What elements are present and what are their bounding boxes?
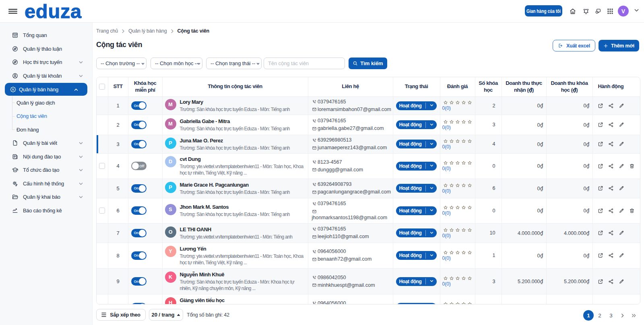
export-excel-button[interactable]: Xuất excel	[553, 40, 595, 51]
status-dropdown[interactable]: Hoạt động	[396, 184, 436, 193]
edit-icon[interactable]	[619, 163, 624, 169]
add-new-button[interactable]: Thêm mới	[599, 40, 639, 51]
share-icon[interactable]	[608, 103, 614, 109]
status-select[interactable]: -- Chọn trạng thái --	[206, 58, 262, 69]
edit-icon[interactable]	[619, 185, 624, 191]
collaborator-name[interactable]: LE THI OANH	[180, 226, 293, 233]
breadcrumb-item[interactable]: Quản lý bán hàng	[128, 28, 167, 34]
my-store-button[interactable]: Gian hàng của tôi	[525, 5, 562, 16]
status-dropdown[interactable]: Hoạt động	[396, 101, 436, 110]
rating-stars[interactable]	[443, 276, 472, 281]
rating-stars[interactable]	[443, 250, 472, 255]
home-icon[interactable]	[569, 8, 576, 15]
collaborator-name[interactable]: Jhon Mark M. Santos	[180, 204, 290, 210]
rating-count[interactable]: 0(0)	[442, 255, 451, 261]
page-2[interactable]: 2	[594, 310, 605, 321]
next-page-icon[interactable]	[617, 310, 627, 321]
edit-icon[interactable]	[619, 122, 624, 128]
rating-count[interactable]: 0(0)	[442, 188, 451, 194]
sidebar-subitem[interactable]: Đơn hàng	[0, 123, 92, 137]
account-chevron-down-icon[interactable]	[634, 8, 639, 12]
rating-count[interactable]: 0(0)	[442, 144, 451, 150]
free-course-toggle[interactable]: On	[131, 277, 147, 286]
collaborator-name[interactable]: Lương Yến	[180, 245, 306, 252]
sidebar-item-6[interactable]: Quản lý bài viết	[0, 136, 92, 150]
page-size-button[interactable]: 20 / trang	[149, 309, 183, 321]
hamburger-menu-icon[interactable]	[8, 9, 17, 14]
delete-icon[interactable]	[629, 163, 635, 169]
share-icon[interactable]	[608, 253, 614, 258]
user-avatar[interactable]: V	[618, 6, 629, 16]
apps-grid-icon[interactable]	[607, 8, 614, 15]
free-course-toggle[interactable]: On	[131, 101, 147, 110]
rating-count[interactable]: 0(0)	[442, 281, 451, 287]
free-course-toggle[interactable]: On	[131, 206, 147, 215]
open-external-icon[interactable]	[598, 253, 603, 258]
status-dropdown[interactable]: Hoạt động	[396, 206, 436, 215]
rating-stars[interactable]	[443, 160, 472, 165]
collaborator-name-input[interactable]	[264, 58, 345, 69]
status-dropdown[interactable]: Hoạt động	[396, 140, 436, 148]
sidebar-item-10[interactable]: Quản lý khai báo	[0, 190, 92, 204]
open-external-icon[interactable]	[598, 163, 603, 169]
eduza-logo[interactable]: eduza	[25, 0, 82, 23]
status-dropdown[interactable]: Hoạt động	[396, 277, 436, 286]
free-course-toggle[interactable]: On	[131, 121, 147, 129]
collaborator-name[interactable]: Juna Mae O. Perez	[180, 137, 290, 144]
free-course-toggle[interactable]: Off	[131, 162, 147, 170]
sidebar-item-7[interactable]: Nội dung đào tạo	[0, 150, 92, 164]
rating-count[interactable]: 0(0)	[442, 233, 451, 239]
free-course-toggle[interactable]: On	[131, 140, 147, 148]
subject-select[interactable]: -- Chọn môn học --	[151, 58, 202, 69]
edit-icon[interactable]	[619, 103, 624, 109]
breadcrumb-item[interactable]: Trang chủ	[96, 28, 118, 34]
rating-stars[interactable]	[443, 100, 472, 105]
rating-count[interactable]: 0(0)	[442, 166, 451, 171]
collaborator-name[interactable]: Gabriella Gabe - Mitra	[180, 118, 290, 125]
delete-icon[interactable]	[629, 208, 635, 214]
chat-icon[interactable]	[594, 8, 602, 15]
share-icon[interactable]	[608, 208, 614, 214]
sidebar-item-8[interactable]: Tổ chức đào tạo	[0, 163, 92, 177]
collaborator-name[interactable]: Nguyễn Minh Khuê	[180, 271, 306, 278]
sidebar-item-11[interactable]: Báo cáo thống kê	[0, 204, 92, 218]
edit-icon[interactable]	[619, 279, 624, 284]
sort-by-button[interactable]: Sắp xếp theo	[96, 309, 146, 321]
open-external-icon[interactable]	[598, 103, 603, 109]
rating-count[interactable]: 0(0)	[442, 105, 451, 111]
sidebar-item-1[interactable]: Tổng quan	[0, 29, 92, 42]
rating-stars[interactable]	[443, 119, 472, 124]
row-checkbox[interactable]	[99, 163, 105, 169]
free-course-toggle[interactable]: On	[131, 303, 147, 304]
share-icon[interactable]	[608, 185, 614, 191]
status-dropdown[interactable]: Hoạt động	[396, 120, 436, 129]
open-external-icon[interactable]	[598, 279, 603, 284]
share-icon[interactable]	[608, 163, 614, 169]
sidebar-subitem[interactable]: Cộng tác viên	[0, 109, 92, 123]
page-3[interactable]: 3	[606, 310, 616, 321]
status-dropdown[interactable]: Hoạt động	[396, 251, 436, 260]
search-button[interactable]: Tìm kiếm	[349, 58, 387, 69]
rating-stars[interactable]	[443, 302, 472, 304]
status-dropdown[interactable]: Hoạt động	[396, 162, 436, 171]
sidebar-item-4[interactable]: Quản lý tài khoản	[0, 69, 92, 83]
rating-stars[interactable]	[443, 205, 472, 210]
status-dropdown[interactable]: Hoạt động	[396, 228, 436, 237]
free-course-toggle[interactable]: On	[131, 251, 147, 260]
open-external-icon[interactable]	[598, 122, 603, 128]
edit-icon[interactable]	[619, 141, 624, 147]
share-icon[interactable]	[608, 141, 614, 147]
rating-stars[interactable]	[443, 139, 472, 144]
page-1[interactable]: 1	[583, 310, 594, 321]
sidebar-item-3[interactable]: Học thi trực tuyến	[0, 56, 92, 69]
open-external-icon[interactable]	[598, 185, 603, 191]
sidebar-item-9[interactable]: Cấu hình hệ thống	[0, 177, 92, 191]
rating-count[interactable]: 0(0)	[442, 210, 451, 216]
share-icon[interactable]	[608, 122, 614, 128]
sidebar-item-2[interactable]: Quản lý thảo luận	[0, 42, 92, 56]
edit-icon[interactable]	[619, 230, 624, 236]
row-checkbox[interactable]	[99, 208, 105, 214]
edit-icon[interactable]	[619, 253, 624, 258]
sidebar-subitem[interactable]: Quản lý giao dịch	[0, 96, 92, 110]
rating-stars[interactable]	[443, 183, 472, 188]
